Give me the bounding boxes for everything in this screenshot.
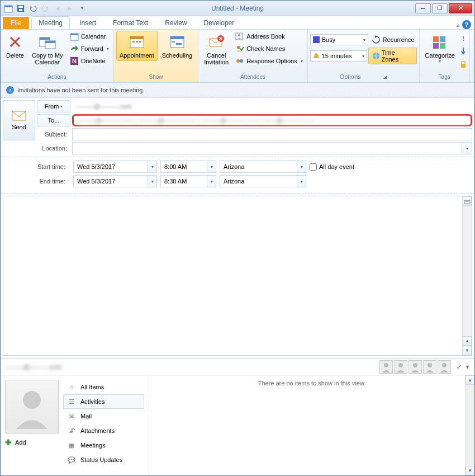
collapse-icon[interactable]: ▼ (465, 364, 470, 370)
address-book-button[interactable]: Address Book (233, 31, 305, 42)
tab-review[interactable]: Review (158, 16, 194, 29)
save-icon[interactable] (15, 3, 26, 14)
prev-icon[interactable]: ◄ (52, 3, 63, 14)
tab-developer[interactable]: Developer (197, 16, 242, 29)
zoom-button[interactable]: Zoom (472, 31, 475, 61)
redo-icon[interactable] (40, 3, 51, 14)
svg-rect-3 (18, 6, 23, 8)
from-button[interactable]: From▾ (37, 100, 70, 112)
avatar-thumb[interactable] (379, 360, 393, 374)
nav-all-items[interactable]: ⌂All Items (63, 380, 144, 394)
add-contact-button[interactable]: ✚Add (5, 438, 59, 447)
info-bar: i Invitations have not been sent for thi… (1, 83, 474, 98)
nav-attachments[interactable]: 🖇Attachments (63, 423, 144, 438)
svg-rect-8 (45, 41, 55, 43)
empty-text: There are no items to show in this view. (258, 380, 366, 387)
undo-icon[interactable] (27, 3, 39, 14)
nav-status[interactable]: 💬Status Updates (63, 453, 144, 467)
people-pane-header: ———@———.com ⤢ ▼ (1, 359, 474, 375)
location-label: Location: (37, 143, 70, 153)
close-button[interactable]: ✕ (449, 3, 472, 13)
svg-text:N: N (72, 58, 77, 64)
reminder-combo[interactable]: 15 minutes▾ (310, 50, 367, 62)
tab-format-text[interactable]: Format Text (106, 16, 155, 29)
avatar-thumb[interactable] (438, 360, 451, 374)
svg-rect-21 (176, 43, 182, 45)
expand-icon[interactable]: ⤢ (457, 363, 462, 370)
end-time-field[interactable]: 8:30 AM▾ (160, 175, 216, 187)
forward-button[interactable]: Forward▾ (68, 43, 111, 54)
list-icon: ☰ (67, 397, 76, 406)
nav-activities[interactable]: ☰Activities (63, 394, 144, 409)
end-date-field[interactable]: Wed 5/3/2017▾ (73, 175, 157, 187)
nav-mail[interactable]: ✉Mail (63, 409, 144, 423)
calendar-icon[interactable] (3, 3, 14, 14)
onenote-button[interactable]: NOneNote (68, 55, 111, 67)
start-date-field[interactable]: Wed 5/3/2017▾ (73, 161, 157, 173)
svg-rect-36 (461, 64, 466, 68)
svg-point-45 (23, 391, 41, 409)
calendar-small-icon (70, 32, 79, 41)
qat-more-icon[interactable]: ▼ (77, 3, 88, 14)
body-ruler-icon[interactable] (463, 196, 472, 206)
response-options-button[interactable]: Response Options▾ (233, 55, 305, 67)
people-scrollbar[interactable]: ▲ ▼ (465, 375, 474, 475)
subject-field[interactable] (72, 128, 472, 140)
categorize-button[interactable]: Categorize ▾ (422, 31, 458, 66)
form-area: Send From▾ ———@———.com To... Subject: Lo… (1, 98, 474, 157)
forward-icon (70, 44, 79, 53)
scheduling-button[interactable]: Scheduling (159, 31, 196, 61)
tab-insert[interactable]: Insert (72, 16, 103, 29)
private-icon[interactable] (459, 60, 467, 69)
svg-rect-14 (130, 36, 144, 39)
check-names-button[interactable]: Check Names (233, 43, 305, 54)
svg-rect-1 (4, 6, 12, 7)
location-field[interactable] (72, 142, 462, 154)
end-tz-field[interactable]: Arizona▾ (220, 175, 306, 187)
scroll-up-icon[interactable]: ▲ (463, 336, 472, 346)
to-field[interactable] (72, 114, 472, 126)
start-time-field[interactable]: 8:00 AM▾ (160, 161, 216, 173)
message-body[interactable]: ▲ ▼ (3, 196, 472, 356)
time-area: Start time: Wed 5/3/2017▾ 8:00 AM▾ Arizo… (1, 157, 474, 194)
tab-meeting[interactable]: Meeting (31, 16, 70, 29)
location-dropdown[interactable]: ▾ (462, 142, 472, 154)
scrollbar-vertical[interactable]: ▲ ▼ (462, 196, 472, 355)
avatar-thumb[interactable] (408, 360, 422, 374)
ribbon-minimize-icon[interactable]: ▵ (457, 21, 460, 29)
svg-rect-31 (433, 36, 439, 42)
scheduling-icon (168, 33, 186, 51)
paperclip-icon: 🖇 (67, 426, 76, 435)
appointment-button[interactable]: Appointment (116, 31, 158, 61)
scroll-down-icon[interactable]: ▼ (463, 346, 472, 355)
start-tz-field[interactable]: Arizona▾ (220, 161, 306, 173)
help-icon[interactable]: ? (462, 20, 471, 29)
tab-file[interactable]: File (3, 17, 29, 29)
to-button[interactable]: To... (37, 114, 70, 126)
maximize-button[interactable]: ☐ (432, 3, 448, 13)
show-as-combo[interactable]: Busy▾ (310, 34, 368, 45)
copy-calendar-icon (39, 33, 56, 51)
people-pane-content: There are no items to show in this view.… (149, 375, 474, 475)
all-day-checkbox[interactable]: All day event (310, 163, 472, 171)
end-time-label: End time: (3, 178, 70, 185)
copy-to-calendar-button[interactable]: Copy to My Calendar (28, 31, 66, 68)
delete-button[interactable]: Delete (3, 31, 27, 61)
cancel-invitation-button[interactable]: Cancel Invitation (201, 31, 232, 68)
avatar-thumb[interactable] (394, 360, 407, 374)
scroll-up-icon[interactable]: ▲ (466, 375, 474, 385)
svg-point-26 (237, 46, 240, 49)
nav-meetings[interactable]: ▦Meetings (63, 438, 144, 453)
time-zones-button[interactable]: Time Zones (368, 48, 417, 64)
avatar-thumb[interactable] (423, 360, 436, 374)
send-button[interactable]: Send (3, 100, 35, 140)
svg-rect-19 (170, 36, 184, 39)
low-importance-icon[interactable] (459, 46, 467, 56)
calendar-button[interactable]: Calendar (68, 31, 111, 42)
high-importance-icon[interactable]: ! (459, 33, 467, 43)
minimize-button[interactable]: ─ (415, 3, 431, 13)
options-launcher-icon[interactable]: ◢ (383, 74, 387, 79)
recurrence-button[interactable]: Recurrence (369, 34, 417, 45)
next-icon[interactable]: ► (64, 3, 75, 14)
scroll-down-icon[interactable]: ▼ (466, 466, 474, 475)
